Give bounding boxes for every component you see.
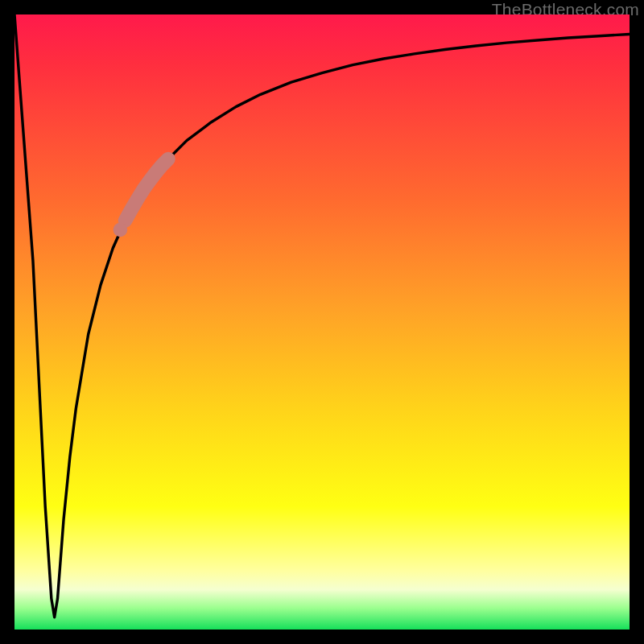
bottleneck-curve bbox=[14, 14, 630, 617]
curve-layer bbox=[14, 14, 630, 630]
plot-area bbox=[14, 14, 630, 630]
chart-frame: TheBottleneck.com bbox=[0, 0, 644, 644]
highlight-dot bbox=[114, 223, 128, 237]
highlight-segment bbox=[126, 159, 168, 221]
